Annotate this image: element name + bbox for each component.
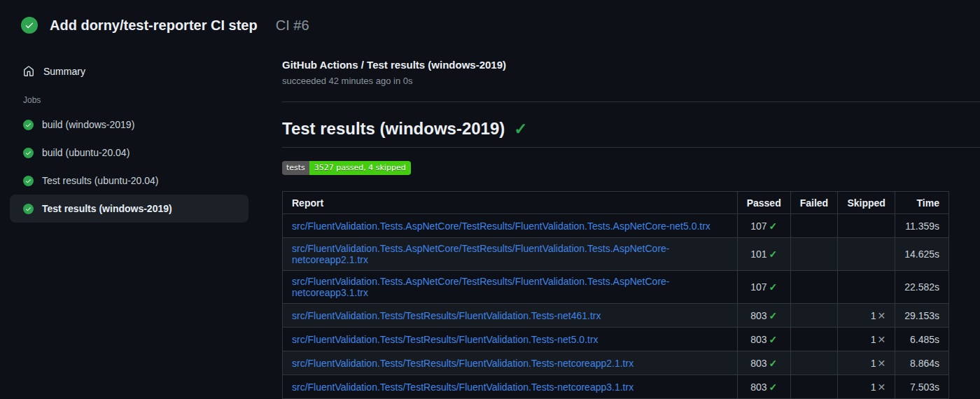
run-number: CI #6 xyxy=(276,18,309,34)
check-icon: ✓ xyxy=(769,310,777,321)
skipped-count: 1 xyxy=(871,382,876,393)
failed-cell xyxy=(790,351,837,375)
check-icon: ✓ xyxy=(769,358,777,369)
passed-count: 803 xyxy=(750,310,766,321)
report-heading-text: Test results (windows-2019) xyxy=(282,119,505,139)
skipped-cell xyxy=(838,238,895,271)
x-icon: ✕ xyxy=(877,382,886,393)
report-file-link[interactable]: src/FluentValidation.Tests/TestResults/F… xyxy=(292,358,634,369)
report-file-link[interactable]: src/FluentValidation.Tests/TestResults/F… xyxy=(292,310,601,321)
badge-label: tests xyxy=(282,161,309,175)
failed-cell xyxy=(790,238,837,271)
job-item-label: build (windows-2019) xyxy=(42,119,134,130)
skipped-cell xyxy=(838,214,895,238)
jobs-section-label: Jobs xyxy=(10,84,282,111)
table-header-row: Report Passed Failed Skipped Time xyxy=(283,192,949,214)
check-icon: ✓ xyxy=(769,382,777,393)
check-icon: ✓ xyxy=(514,121,527,137)
job-list: build (windows-2019) build (ubuntu-20.04… xyxy=(10,111,282,223)
skipped-cell: 1✕ xyxy=(838,304,895,328)
failed-cell xyxy=(790,375,837,399)
check-run-title: GitHub Actions / Test results (windows-2… xyxy=(282,59,980,71)
job-item-label: Test results (windows-2019) xyxy=(42,203,172,214)
table-row: src/FluentValidation.Tests/TestResults/F… xyxy=(283,351,949,375)
success-check-circle-icon xyxy=(23,148,34,158)
job-item-label: Test results (ubuntu-20.04) xyxy=(42,175,159,186)
check-icon: ✓ xyxy=(769,334,777,345)
home-icon xyxy=(23,66,34,77)
passed-cell: 101✓ xyxy=(737,238,790,271)
sidebar-job-item[interactable]: Test results (ubuntu-20.04) xyxy=(10,167,248,195)
report-heading: Test results (windows-2019) ✓ xyxy=(282,119,980,148)
success-check-circle-icon xyxy=(23,176,34,186)
tests-badge: tests 3527 passed, 4 skipped xyxy=(282,161,411,175)
report-cell: src/FluentValidation.Tests.AspNetCore/Te… xyxy=(283,271,738,304)
sidebar-job-item[interactable]: Test results (windows-2019) xyxy=(10,195,248,223)
page-layout: Summary Jobs build (windows-2019) build … xyxy=(0,59,980,399)
divider xyxy=(282,102,980,102)
x-icon: ✕ xyxy=(877,334,886,345)
report-cell: src/FluentValidation.Tests.AspNetCore/Te… xyxy=(283,214,738,238)
col-header-passed: Passed xyxy=(737,192,790,214)
passed-count: 803 xyxy=(750,382,766,393)
passed-count: 803 xyxy=(750,334,766,345)
time-cell: 11.359s xyxy=(895,214,949,238)
time-cell: 22.582s xyxy=(895,271,949,304)
check-run-status: succeeded 42 minutes ago in 0s xyxy=(282,76,980,86)
table-row: src/FluentValidation.Tests/TestResults/F… xyxy=(283,304,949,328)
report-cell: src/FluentValidation.Tests/TestResults/F… xyxy=(283,304,738,328)
main-content: GitHub Actions / Test results (windows-2… xyxy=(282,59,980,399)
report-cell: src/FluentValidation.Tests.AspNetCore/Te… xyxy=(283,238,738,271)
report-cell: src/FluentValidation.Tests/TestResults/F… xyxy=(283,375,738,399)
run-title: Add dorny/test-reporter CI step xyxy=(50,18,258,34)
skipped-cell xyxy=(838,271,895,304)
sidebar-item-summary[interactable]: Summary xyxy=(10,59,282,84)
table-row: src/FluentValidation.Tests.AspNetCore/Te… xyxy=(283,214,949,238)
report-file-link[interactable]: src/FluentValidation.Tests/TestResults/F… xyxy=(292,382,634,393)
check-icon: ✓ xyxy=(769,281,777,293)
report-file-link[interactable]: src/FluentValidation.Tests/TestResults/F… xyxy=(292,334,598,345)
skipped-count: 1 xyxy=(871,310,876,321)
skipped-count: 1 xyxy=(871,358,876,369)
success-check-circle-icon xyxy=(21,17,38,34)
report-file-link[interactable]: src/FluentValidation.Tests.AspNetCore/Te… xyxy=(292,220,710,232)
badge-value: 3527 passed, 4 skipped xyxy=(309,161,411,175)
time-cell: 29.153s xyxy=(895,304,949,328)
sidebar-job-item[interactable]: build (ubuntu-20.04) xyxy=(10,139,248,167)
passed-count: 107 xyxy=(750,281,766,293)
run-header: Add dorny/test-reporter CI step CI #6 xyxy=(0,0,980,34)
report-file-link[interactable]: src/FluentValidation.Tests.AspNetCore/Te… xyxy=(292,276,670,298)
report-file-link[interactable]: src/FluentValidation.Tests.AspNetCore/Te… xyxy=(292,243,670,265)
table-row: src/FluentValidation.Tests.AspNetCore/Te… xyxy=(283,271,949,304)
skipped-cell: 1✕ xyxy=(838,375,895,399)
check-icon: ✓ xyxy=(769,220,777,232)
skipped-cell: 1✕ xyxy=(838,351,895,375)
col-header-failed: Failed xyxy=(790,192,837,214)
passed-cell: 107✓ xyxy=(737,214,790,238)
table-row: src/FluentValidation.Tests/TestResults/F… xyxy=(283,328,949,351)
failed-cell xyxy=(790,328,837,351)
passed-cell: 803✓ xyxy=(737,304,790,328)
col-header-report: Report xyxy=(283,192,738,214)
passed-count: 107 xyxy=(750,220,766,232)
skipped-cell: 1✕ xyxy=(838,328,895,351)
sidebar: Summary Jobs build (windows-2019) build … xyxy=(0,59,282,223)
sidebar-job-item[interactable]: build (windows-2019) xyxy=(10,111,248,139)
passed-cell: 803✓ xyxy=(737,328,790,351)
x-icon: ✕ xyxy=(877,310,886,321)
col-header-time: Time xyxy=(895,192,949,214)
passed-count: 101 xyxy=(750,248,766,260)
col-header-skipped: Skipped xyxy=(838,192,895,214)
x-icon: ✕ xyxy=(877,358,886,369)
passed-cell: 803✓ xyxy=(737,375,790,399)
passed-count: 803 xyxy=(750,358,766,369)
time-cell: 8.864s xyxy=(895,351,949,375)
failed-cell xyxy=(790,304,837,328)
time-cell: 6.485s xyxy=(895,328,949,351)
table-row: src/FluentValidation.Tests.AspNetCore/Te… xyxy=(283,238,949,271)
failed-cell xyxy=(790,271,837,304)
summary-label: Summary xyxy=(43,66,85,77)
check-icon: ✓ xyxy=(769,248,777,260)
report-cell: src/FluentValidation.Tests/TestResults/F… xyxy=(283,351,738,375)
success-check-circle-icon xyxy=(23,204,34,214)
